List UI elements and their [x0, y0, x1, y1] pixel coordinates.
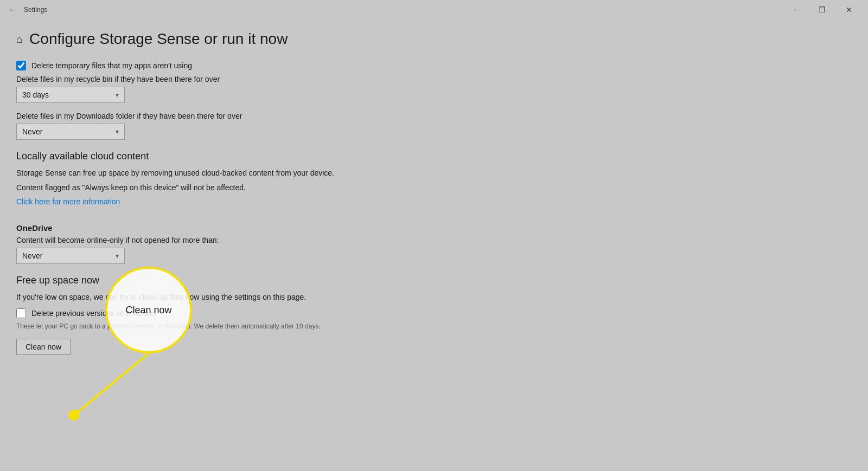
window-title: Settings: [24, 6, 47, 14]
downloads-label: Delete files in my Downloads folder if t…: [16, 112, 852, 120]
downloads-value: Never: [22, 127, 42, 136]
temp-files-checkbox-row: Delete temporary files that my apps aren…: [16, 61, 852, 70]
more-info-link[interactable]: Click here for more information: [16, 197, 120, 206]
onedrive-arrow: ▾: [116, 252, 119, 260]
prev-windows-checkbox[interactable]: [16, 308, 26, 318]
recycle-bin-dropdown[interactable]: 30 days ▾: [16, 87, 125, 103]
prev-windows-label: Delete previous versions of Windows: [31, 309, 156, 318]
free-space-heading: Free up space now: [16, 275, 852, 286]
onedrive-dropdown[interactable]: Never ▾: [16, 248, 125, 264]
home-icon: ⌂: [16, 33, 23, 46]
page-title: Configure Storage Sense or run it now: [29, 30, 288, 48]
maximize-button[interactable]: ❐: [809, 1, 834, 18]
cloud-content-desc2: Content flagged as "Always keep on this …: [16, 182, 852, 193]
temp-files-label: Delete temporary files that my apps aren…: [31, 61, 192, 70]
temp-files-section: Delete temporary files that my apps aren…: [16, 61, 852, 140]
temp-files-checkbox[interactable]: [16, 61, 26, 70]
onedrive-value: Never: [22, 251, 42, 260]
free-space-desc: If you're low on space, we can try to cl…: [16, 292, 852, 303]
cloud-content-desc1: Storage Sense can free up space by remov…: [16, 167, 852, 179]
downloads-dropdown[interactable]: Never ▾: [16, 124, 125, 140]
back-button[interactable]: ←: [7, 3, 20, 17]
free-space-section: Free up space now If you're low on space…: [16, 275, 852, 355]
prev-windows-hint: These let your PC go back to a previous …: [16, 322, 852, 330]
downloads-arrow: ▾: [116, 128, 119, 136]
close-button[interactable]: ✕: [837, 1, 861, 18]
clean-now-button[interactable]: Clean now: [16, 339, 71, 355]
recycle-bin-label: Delete files in my recycle bin if they h…: [16, 75, 852, 83]
cloud-content-section: Locally available cloud content Storage …: [16, 151, 852, 264]
onedrive-desc: Content will become online-only if not o…: [16, 236, 852, 244]
title-bar-controls: − ❐ ✕: [782, 1, 861, 18]
recycle-bin-arrow: ▾: [116, 91, 119, 99]
prev-windows-checkbox-row: Delete previous versions of Windows: [16, 308, 852, 318]
page-header: ⌂ Configure Storage Sense or run it now: [16, 30, 852, 48]
main-content: ⌂ Configure Storage Sense or run it now …: [0, 20, 868, 471]
content-area: ⌂ Configure Storage Sense or run it now …: [0, 20, 868, 471]
cloud-content-heading: Locally available cloud content: [16, 151, 852, 162]
title-bar-left: ← Settings: [7, 3, 47, 17]
recycle-bin-value: 30 days: [22, 91, 49, 99]
window: ← Settings − ❐ ✕ ⌂ Configure Storage Sen…: [0, 0, 868, 471]
title-bar: ← Settings − ❐ ✕: [0, 0, 868, 20]
back-icon: ←: [9, 5, 17, 14]
onedrive-heading: OneDrive: [16, 223, 852, 233]
minimize-button[interactable]: −: [782, 1, 807, 18]
